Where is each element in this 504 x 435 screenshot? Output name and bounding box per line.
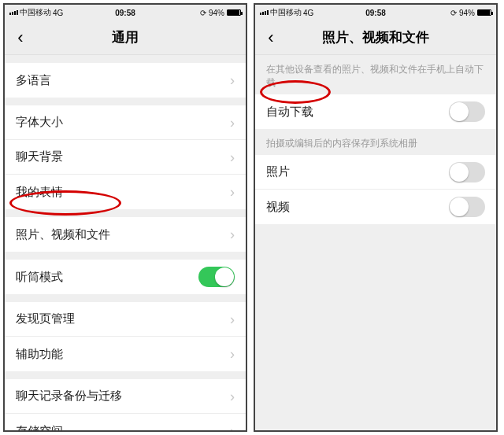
page-title: 通用 <box>11 28 239 46</box>
row-label: 多语言 <box>16 73 230 88</box>
row-chat-backup[interactable]: 聊天记录备份与迁移 › <box>5 379 246 414</box>
row-storage[interactable]: 存储空间 › <box>5 414 246 432</box>
row-auto-download[interactable]: 自动下载 <box>255 94 496 129</box>
row-label: 发现页管理 <box>16 312 230 326</box>
nav-bar: ‹ 通用 <box>5 20 246 55</box>
carrier-text: 中国移动 <box>270 7 302 18</box>
chevron-right-icon: › <box>230 116 235 130</box>
network-text: 4G <box>53 9 63 17</box>
section-note: 在其他设备查看的照片、视频和文件在手机上自动下载 <box>255 55 496 94</box>
row-label: 聊天记录备份与迁移 <box>16 389 230 404</box>
row-label: 存储空间 <box>16 424 230 433</box>
chevron-right-icon: › <box>230 150 235 164</box>
chevron-right-icon: › <box>230 185 235 199</box>
row-videos[interactable]: 视频 <box>255 190 496 224</box>
signal-icon <box>260 10 269 15</box>
section-note: 拍摄或编辑后的内容保存到系统相册 <box>255 129 496 155</box>
carrier-text: 中国移动 <box>20 7 51 18</box>
row-label: 字体大小 <box>16 115 230 130</box>
chevron-right-icon: › <box>230 424 235 432</box>
battery-icon <box>227 9 241 16</box>
network-text: 4G <box>303 9 313 17</box>
chevron-right-icon: › <box>230 347 235 361</box>
toggle-auto-download[interactable] <box>449 101 485 122</box>
phone-right: 中国移动 4G 09:58 ⟳ 94% ‹ 照片、视频和文件 在其他设备查看的照… <box>254 3 498 432</box>
chevron-right-icon: › <box>230 73 235 87</box>
battery-text: 94% <box>459 9 475 17</box>
page-title: 照片、视频和文件 <box>261 28 490 46</box>
toggle-earpiece[interactable] <box>198 267 235 287</box>
chevron-right-icon: › <box>230 227 235 241</box>
phone-left: 中国移动 4G 09:58 ⟳ 94% ‹ 通用 多语言 › 字体大小 <box>3 3 247 432</box>
row-media-files[interactable]: 照片、视频和文件 › <box>5 217 246 252</box>
row-chat-bg[interactable]: 聊天背景 › <box>5 140 246 175</box>
row-label: 照片 <box>266 164 449 179</box>
row-label: 我的表情 <box>16 185 230 200</box>
battery-icon <box>477 9 491 16</box>
battery-text: 94% <box>209 9 224 17</box>
row-label: 视频 <box>266 200 449 215</box>
status-bar: 中国移动 4G 09:58 ⟳ 94% <box>5 5 246 20</box>
chevron-right-icon: › <box>230 312 235 326</box>
row-label: 辅助功能 <box>16 347 230 362</box>
status-time: 09:58 <box>337 9 414 17</box>
toggle-photos[interactable] <box>449 162 485 182</box>
row-earpiece-mode[interactable]: 听筒模式 <box>5 260 246 294</box>
row-label: 自动下载 <box>266 105 449 120</box>
row-font-size[interactable]: 字体大小 › <box>5 105 246 140</box>
status-bar: 中国移动 4G 09:58 ⟳ 94% <box>255 5 496 20</box>
row-discover-mgmt[interactable]: 发现页管理 › <box>5 302 246 337</box>
row-my-stickers[interactable]: 我的表情 › <box>5 175 246 209</box>
status-time: 09:58 <box>87 9 164 17</box>
chevron-right-icon: › <box>230 389 235 404</box>
row-multilang[interactable]: 多语言 › <box>5 63 246 98</box>
row-photos[interactable]: 照片 <box>255 155 496 190</box>
row-label: 照片、视频和文件 <box>16 227 230 242</box>
row-label: 聊天背景 <box>16 149 230 164</box>
row-accessibility[interactable]: 辅助功能 › <box>5 337 246 371</box>
nav-bar: ‹ 照片、视频和文件 <box>255 20 496 55</box>
row-label: 听筒模式 <box>16 270 198 285</box>
toggle-videos[interactable] <box>449 197 485 217</box>
signal-icon <box>9 10 18 15</box>
